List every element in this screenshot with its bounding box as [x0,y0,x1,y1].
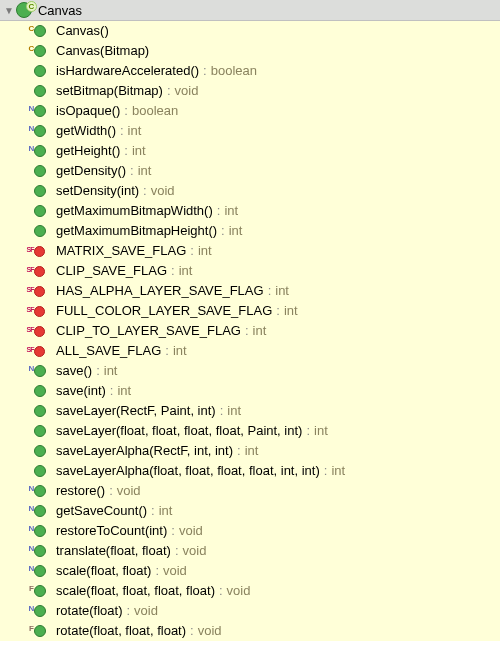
type-separator: : [190,623,194,639]
member-row[interactable]: Nscale(float, float):void [0,561,500,581]
collapse-icon[interactable]: ▼ [4,5,14,16]
member-row[interactable]: getMaximumBitmapHeight():int [0,221,500,241]
member-row[interactable]: CCanvas() [0,21,500,41]
type-separator: : [130,163,134,179]
modifier-badge: N [27,521,36,537]
type-separator: : [171,523,175,539]
type-separator: : [306,423,310,439]
return-type: void [227,583,251,599]
type-separator: : [167,83,171,99]
member-row[interactable]: getDensity():int [0,161,500,181]
member-signature: restore() [56,483,105,499]
member-row[interactable]: saveLayer(float, float, float, float, Pa… [0,421,500,441]
modifier-badge: N [27,101,36,117]
member-signature: CLIP_SAVE_FLAG [56,263,167,279]
method-icon: C [34,45,56,57]
method-icon: F [34,625,56,637]
modifier-badge: SF [24,322,36,338]
method-dot-icon [34,405,46,417]
return-type: int [179,263,193,279]
return-type: int [314,423,328,439]
member-row[interactable]: setBitmap(Bitmap):void [0,81,500,101]
method-icon: N [34,485,56,497]
method-dot-icon [34,225,46,237]
return-type: void [179,523,203,539]
type-separator: : [120,123,124,139]
member-signature: scale(float, float, float, float) [56,583,215,599]
member-row[interactable]: setDensity(int):void [0,181,500,201]
type-separator: : [268,283,272,299]
member-row[interactable]: Ntranslate(float, float):void [0,541,500,561]
member-row[interactable]: save(int):int [0,381,500,401]
member-signature: rotate(float, float, float) [56,623,186,639]
method-icon [34,465,56,477]
member-signature: getMaximumBitmapWidth() [56,203,213,219]
return-type: int [275,283,289,299]
class-header[interactable]: ▼ C Canvas [0,0,500,21]
member-row[interactable]: Nrotate(float):void [0,601,500,621]
method-icon: N [34,565,56,577]
member-signature: getWidth() [56,123,116,139]
modifier-badge: N [27,541,36,557]
member-signature: saveLayerAlpha(RectF, int, int) [56,443,233,459]
field-icon: SF [34,306,56,317]
return-type: int [132,143,146,159]
member-row[interactable]: CCanvas(Bitmap) [0,41,500,61]
method-icon: F [34,585,56,597]
member-row[interactable]: SFFULL_COLOR_LAYER_SAVE_FLAG:int [0,301,500,321]
member-row[interactable]: saveLayer(RectF, Paint, int):int [0,401,500,421]
member-row[interactable]: NgetSaveCount():int [0,501,500,521]
modifier-badge: F [27,621,36,637]
member-row[interactable]: Fscale(float, float, float, float):void [0,581,500,601]
member-signature: getHeight() [56,143,120,159]
member-row[interactable]: SFCLIP_SAVE_FLAG:int [0,261,500,281]
member-signature: isOpaque() [56,103,120,119]
return-type: void [198,623,222,639]
member-row[interactable]: isHardwareAccelerated():boolean [0,61,500,81]
member-row[interactable]: NrestoreToCount(int):void [0,521,500,541]
type-separator: : [245,323,249,339]
member-signature: saveLayerAlpha(float, float, float, floa… [56,463,320,479]
modifier-badge: N [27,501,36,517]
member-signature: getDensity() [56,163,126,179]
member-row[interactable]: SFALL_SAVE_FLAG:int [0,341,500,361]
type-separator: : [324,463,328,479]
member-signature: MATRIX_SAVE_FLAG [56,243,186,259]
return-type: int [173,343,187,359]
method-icon [34,425,56,437]
member-signature: saveLayer(float, float, float, float, Pa… [56,423,302,439]
type-separator: : [203,63,207,79]
member-row[interactable]: NgetHeight():int [0,141,500,161]
outline-view: ▼ C Canvas CCanvas()CCanvas(Bitmap)isHar… [0,0,500,641]
type-separator: : [109,483,113,499]
member-row[interactable]: Frotate(float, float, float):void [0,621,500,641]
member-row[interactable]: SFHAS_ALPHA_LAYER_SAVE_FLAG:int [0,281,500,301]
method-icon: N [34,125,56,137]
member-row[interactable]: Nrestore():void [0,481,500,501]
member-row[interactable]: NgetWidth():int [0,121,500,141]
modifier-badge: C [27,21,36,37]
modifier-badge: SF [24,342,36,358]
member-row[interactable]: Nsave():int [0,361,500,381]
member-signature: save() [56,363,92,379]
method-icon [34,225,56,237]
member-row[interactable]: getMaximumBitmapWidth():int [0,201,500,221]
member-row[interactable]: saveLayerAlpha(float, float, float, floa… [0,461,500,481]
return-type: int [245,443,259,459]
modifier-badge: N [27,601,36,617]
member-signature: translate(float, float) [56,543,171,559]
member-row[interactable]: SFMATRIX_SAVE_FLAG:int [0,241,500,261]
method-icon: N [34,365,56,377]
return-type: int [284,303,298,319]
member-row[interactable]: saveLayerAlpha(RectF, int, int):int [0,441,500,461]
return-type: void [117,483,141,499]
type-separator: : [190,243,194,259]
return-type: int [138,163,152,179]
member-row[interactable]: NisOpaque():boolean [0,101,500,121]
method-icon: N [34,105,56,117]
member-row[interactable]: SFCLIP_TO_LAYER_SAVE_FLAG:int [0,321,500,341]
type-separator: : [126,603,130,619]
method-icon [34,165,56,177]
return-type: void [163,563,187,579]
method-icon [34,85,56,97]
